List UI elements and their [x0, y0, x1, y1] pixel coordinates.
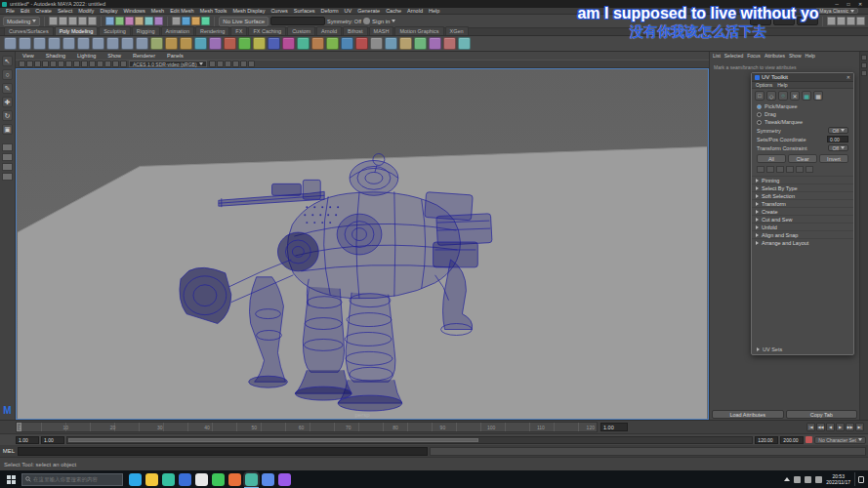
animation-start-field[interactable]: [16, 436, 39, 444]
shelf-icon[interactable]: [77, 37, 90, 50]
uv-tool-icon[interactable]: [757, 166, 765, 173]
selection-option-row[interactable]: Tweak/Marquee: [752, 118, 853, 126]
viewport-toolbar-icon[interactable]: [232, 61, 239, 67]
taskbar-app-icon[interactable]: [262, 473, 274, 486]
menu-item[interactable]: Mesh: [148, 8, 167, 14]
search-input[interactable]: [33, 476, 119, 482]
playback-button[interactable]: ▶|: [855, 423, 864, 431]
menu-item[interactable]: Edit Mesh: [167, 8, 196, 14]
shelf-icon[interactable]: [165, 37, 178, 50]
language-icon[interactable]: [815, 476, 822, 483]
playback-button[interactable]: |◀: [806, 423, 815, 431]
shelf-icon[interactable]: [399, 37, 412, 50]
taskbar-app-icon[interactable]: [195, 473, 208, 486]
taskbar-clock[interactable]: 20:53 2022/11/17: [826, 473, 850, 485]
uv-selection-mode-icon[interactable]: ▦: [813, 91, 823, 101]
sign-in-button[interactable]: Sign in: [363, 18, 395, 24]
layout-preset-icon[interactable]: [2, 173, 13, 181]
shelf-icon[interactable]: [458, 37, 471, 50]
viewport-toolbar-icon[interactable]: [42, 61, 49, 67]
radio-icon[interactable]: [757, 104, 762, 109]
shelf-icon[interactable]: [341, 37, 353, 50]
constraint-dropdown[interactable]: Off: [828, 144, 848, 151]
viewport-toolbar-icon[interactable]: [112, 61, 119, 67]
viewport-3d[interactable]: persp: [16, 68, 709, 420]
menu-item[interactable]: Generate: [354, 8, 383, 14]
layout-preset-icon[interactable]: [2, 163, 13, 171]
uv-toolkit-section-header[interactable]: Pinning: [752, 176, 853, 183]
shelf-icon[interactable]: [33, 37, 46, 50]
file-tool-icon[interactable]: [78, 17, 87, 25]
shelf-icon[interactable]: [238, 37, 251, 50]
menu-item[interactable]: Mesh Tools: [197, 8, 230, 14]
tool-icon[interactable]: ↻: [2, 110, 13, 121]
panel-menu-item[interactable]: Shading: [43, 53, 68, 59]
radio-icon[interactable]: [757, 120, 762, 125]
shelf-tab[interactable]: Motion Graphics: [394, 26, 443, 35]
close-icon[interactable]: ✕: [847, 74, 850, 80]
shelf-icon[interactable]: [326, 37, 339, 50]
uv-toolkit-section-header[interactable]: Create: [752, 207, 853, 215]
shelf-tab[interactable]: Rigging: [132, 26, 160, 35]
uv-toolkit-menu-item[interactable]: Help: [777, 82, 787, 88]
animation-end-field[interactable]: [780, 436, 804, 444]
playback-button[interactable]: ◀◀: [816, 423, 825, 431]
shelf-tab[interactable]: Poly Modeling: [55, 26, 99, 35]
menu-item[interactable]: Arnold: [404, 8, 426, 14]
snap-icon[interactable]: [125, 17, 134, 25]
uv-toolkit-menu-item[interactable]: Options: [756, 82, 772, 88]
shelf-tab[interactable]: Rendering: [195, 26, 229, 35]
tool-icon[interactable]: ○: [2, 69, 13, 80]
shelf-icon[interactable]: [62, 37, 75, 50]
taskbar-app-icon[interactable]: [145, 473, 158, 486]
file-tool-icon[interactable]: [59, 17, 67, 25]
shelf-icon[interactable]: [180, 37, 192, 50]
panel-menu-item[interactable]: Show: [104, 53, 124, 59]
shelf-icon[interactable]: [194, 37, 207, 50]
uv-selection-mode-icon[interactable]: ○: [778, 91, 788, 101]
shelf-icon[interactable]: [385, 37, 397, 50]
menu-item[interactable]: Mesh Display: [229, 8, 268, 14]
shelf-icon[interactable]: [429, 37, 441, 50]
volume-icon[interactable]: [805, 476, 811, 483]
snap-icon[interactable]: [105, 17, 114, 25]
shelf-icon[interactable]: [355, 37, 368, 50]
menu-item[interactable]: Curves: [268, 8, 290, 14]
shelf-icon[interactable]: [48, 37, 61, 50]
notification-center-button[interactable]: [854, 472, 866, 486]
command-input[interactable]: [18, 447, 428, 456]
menu-item[interactable]: Cache: [383, 8, 404, 14]
menu-item[interactable]: Display: [97, 8, 120, 14]
attribute-editor-menu-item[interactable]: Selected: [724, 53, 743, 59]
shelf-icon[interactable]: [19, 37, 31, 50]
tool-icon[interactable]: ↖: [2, 56, 13, 66]
uv-toolkit-section-header[interactable]: Unfold: [752, 223, 853, 230]
snap-icon[interactable]: [145, 17, 153, 25]
uv-tool-icon[interactable]: [796, 166, 804, 173]
panel-menu-item[interactable]: Renderer: [130, 53, 158, 59]
uv-selection-mode-icon[interactable]: ▦: [802, 91, 811, 101]
uv-tool-icon[interactable]: [776, 166, 784, 173]
shelf-icon[interactable]: [150, 37, 163, 50]
viewport-toolbar-icon[interactable]: [104, 61, 111, 67]
menu-item[interactable]: UV: [342, 8, 355, 14]
viewport-toolbar-icon[interactable]: [81, 61, 88, 67]
character-set-selector[interactable]: No Character Set: [814, 436, 866, 444]
taskbar-app-icon[interactable]: [228, 473, 241, 486]
shelf-icon[interactable]: [106, 37, 119, 50]
symmetry-dropdown[interactable]: Off: [828, 127, 848, 134]
uv-tool-icon[interactable]: [806, 166, 813, 173]
shelf-tab[interactable]: Curves/Surfaces: [4, 26, 54, 35]
viewport-toolbar-icon[interactable]: [217, 61, 224, 67]
uv-select-button[interactable]: Clear: [788, 154, 817, 163]
layout-preset-icon[interactable]: [2, 143, 13, 151]
file-tool-icon[interactable]: [88, 17, 97, 25]
viewport-toolbar-icon[interactable]: [34, 61, 41, 67]
command-language-toggle[interactable]: MEL: [2, 448, 16, 454]
no-live-surface-button[interactable]: No Live Surface: [219, 17, 269, 26]
auto-keyframe-icon[interactable]: [806, 436, 812, 443]
shelf-icon[interactable]: [370, 37, 383, 50]
uv-toolkit-section-header[interactable]: Arrange and Layout: [752, 238, 853, 246]
snap-icon[interactable]: [115, 17, 124, 25]
playback-button[interactable]: ▶: [836, 423, 845, 431]
